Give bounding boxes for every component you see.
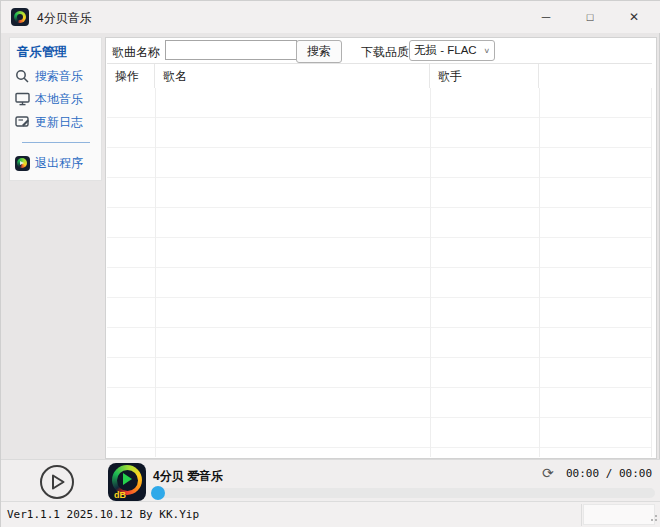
- sidebar-item-label: 退出程序: [35, 155, 83, 172]
- monitor-icon: [14, 91, 30, 107]
- status-divider: [581, 504, 582, 526]
- main-panel: 歌曲名称 搜索 下载品质 无损 - FLAC ∨ 操作 歌名 歌手: [105, 37, 657, 459]
- loop-icon[interactable]: ⟳: [542, 465, 554, 481]
- search-button[interactable]: 搜索: [296, 40, 342, 63]
- progress-slider[interactable]: [151, 487, 655, 499]
- quality-selected-value: 无损 - FLAC: [414, 43, 477, 58]
- slider-thumb[interactable]: [151, 486, 165, 500]
- status-right-panel: [583, 504, 655, 525]
- maximize-button[interactable]: □: [568, 1, 612, 33]
- sidebar-item-search-music[interactable]: 搜索音乐: [14, 66, 99, 86]
- play-button[interactable]: [39, 464, 75, 500]
- album-art-icon: dB: [108, 463, 146, 501]
- slider-track[interactable]: [153, 488, 655, 498]
- table-column-separator: [155, 88, 156, 457]
- table-header-extra[interactable]: [539, 64, 652, 88]
- version-text: Ver1.1.1 2025.10.12 By KK.Yip: [7, 508, 199, 521]
- sidebar-item-changelog[interactable]: 更新日志: [14, 112, 99, 132]
- changelog-icon: [14, 114, 30, 130]
- close-button[interactable]: ✕: [612, 1, 656, 33]
- table-header-artist[interactable]: 歌手: [430, 64, 539, 88]
- sidebar-header: 音乐管理: [17, 44, 67, 61]
- table-body: [107, 88, 652, 457]
- app-logo-icon: [11, 8, 29, 26]
- table-header-song[interactable]: 歌名: [155, 64, 430, 88]
- song-name-label: 歌曲名称: [112, 44, 160, 61]
- sidebar-item-label: 本地音乐: [35, 91, 83, 108]
- chevron-down-icon: ∨: [483, 47, 490, 55]
- minimize-button[interactable]: ─: [524, 1, 568, 33]
- search-icon: [14, 68, 30, 84]
- time-display: 00:00 / 00:00: [566, 467, 652, 480]
- app-window: 4分贝音乐 ─ □ ✕ 音乐管理 搜索音乐 本地音乐 更新日志: [0, 0, 660, 527]
- player-bar: dB 4分贝 爱音乐 ⟳ 00:00 / 00:00: [1, 459, 660, 501]
- table-column-separator: [539, 88, 540, 457]
- download-quality-label: 下载品质: [361, 44, 409, 61]
- album-db-label: dB: [114, 490, 126, 500]
- sidebar-item-exit[interactable]: 退出程序: [14, 153, 99, 173]
- sidebar-divider: [22, 142, 90, 143]
- title-bar: 4分贝音乐 ─ □ ✕: [1, 1, 660, 33]
- app-logo-icon: [14, 155, 30, 171]
- table-header-row: 操作 歌名 歌手: [107, 63, 652, 89]
- table-header-operation[interactable]: 操作: [107, 64, 155, 88]
- now-playing-label: 4分贝 爱音乐: [153, 468, 223, 485]
- status-bar: Ver1.1.1 2025.10.12 By KK.Yip: [1, 501, 660, 527]
- sidebar: 音乐管理 搜索音乐 本地音乐 更新日志 退出程序: [9, 37, 102, 181]
- quality-select[interactable]: 无损 - FLAC ∨: [409, 40, 495, 61]
- window-title: 4分贝音乐: [37, 10, 92, 27]
- song-name-input[interactable]: [165, 40, 297, 60]
- sidebar-item-label: 更新日志: [35, 114, 83, 131]
- table-column-separator: [430, 88, 431, 457]
- sidebar-item-local-music[interactable]: 本地音乐: [14, 89, 99, 109]
- sidebar-item-label: 搜索音乐: [35, 68, 83, 85]
- resize-grip[interactable]: [649, 513, 657, 521]
